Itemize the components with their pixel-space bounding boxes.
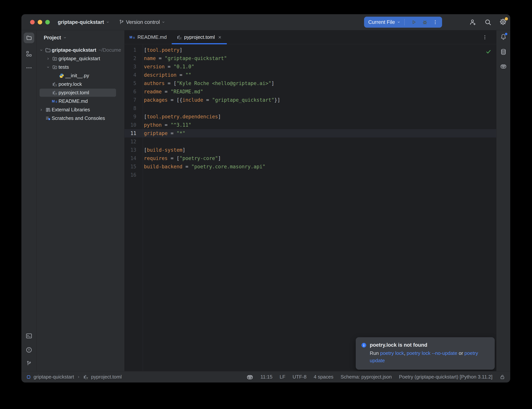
notification-link-poetry-lock[interactable]: poetry lock [380, 350, 404, 356]
tree-item-griptape-quickstart[interactable]: griptape_quickstart [37, 54, 124, 63]
notification-link-poetry-lock-no-update[interactable]: poetry lock --no-update [407, 350, 457, 356]
chevron-down-icon [63, 36, 67, 40]
status-item-4[interactable]: Schema: pyproject.json [341, 374, 392, 380]
code-line-13: 13[build-system] [125, 146, 496, 154]
status-item-3[interactable]: 4 spaces [314, 374, 333, 380]
code-editor[interactable]: 1[tool.poetry]2name = "griptape-quicksta… [125, 44, 496, 371]
notification-text: Run [370, 350, 380, 356]
tab-readme-md[interactable]: MREADME.md [125, 30, 172, 44]
tree-item-label: tests [58, 64, 69, 70]
tree-item-griptape-quickstart[interactable]: griptape-quickstart~/Docume [37, 46, 124, 54]
problems-tool-icon[interactable] [26, 346, 32, 353]
svg-text:M: M [129, 35, 132, 39]
notification-dot-badge [505, 33, 507, 35]
status-item-5[interactable]: Poetry (griptape-quickstart) [Python 3.1… [399, 374, 492, 380]
settings-button[interactable] [499, 18, 507, 26]
settings-update-badge [505, 17, 508, 20]
status-item-1[interactable]: LF [280, 374, 285, 380]
code-line-content: python = "^3.11" [143, 122, 191, 128]
code-line-content: [tool.poetry.dependencies] [143, 114, 221, 120]
status-item-2[interactable]: UTF-8 [293, 374, 306, 380]
tab-pyproject-toml[interactable]: [T]pyproject.toml [172, 30, 227, 44]
minimize-window-button[interactable] [38, 20, 42, 24]
code-line-content: packages = [{include = "griptape_quickst… [143, 97, 280, 103]
chevron-down-icon [106, 20, 110, 24]
svg-text:M: M [52, 99, 55, 103]
title-bar: griptape-quickstart Version control Curr… [21, 14, 510, 30]
code-line-content: name = "griptape-quickstart" [143, 56, 227, 61]
tree-item-path-hint: ~/Docume [99, 47, 121, 53]
ai-assistant-tool-icon[interactable] [500, 63, 507, 70]
run-configuration-label: Current File [368, 19, 395, 25]
window-controls [30, 20, 50, 24]
status-item-0[interactable]: 11:15 [260, 374, 272, 380]
tree-chevron-down-icon[interactable] [45, 65, 51, 69]
tree-chevron-right-icon[interactable] [45, 57, 51, 61]
tree-item-pyproject-toml[interactable]: [T]pyproject.toml [37, 88, 124, 97]
zoom-window-button[interactable] [45, 20, 50, 24]
tab-close-icon[interactable] [218, 35, 222, 39]
tree-item-tests[interactable]: tests [37, 63, 124, 71]
chevron-down-icon [162, 20, 165, 24]
inspections-ok-icon[interactable] [486, 49, 491, 55]
tree-item-scratches-and-consoles[interactable]: Scratches and Consoles [37, 114, 124, 122]
pkgfolder-icon [51, 56, 58, 61]
notifications-button[interactable] [500, 33, 507, 41]
close-window-button[interactable] [30, 20, 35, 24]
copilot-status-icon[interactable] [247, 374, 253, 381]
tree-item--init-py[interactable]: __init__.py [37, 71, 124, 80]
python-icon [58, 73, 65, 78]
status-breadcrumb: griptape-quickstart [T] pyproject.toml [26, 374, 122, 380]
project-panel-title: Project [44, 35, 61, 41]
code-line-content: griptape = "*" [143, 130, 185, 136]
code-line-11: 11griptape = "*" [125, 129, 496, 138]
lib-icon [45, 107, 51, 112]
unlock-icon[interactable] [500, 374, 505, 380]
tree-item-label: griptape_quickstart [58, 56, 100, 62]
tree-chevron-down-icon[interactable] [38, 48, 45, 52]
tab-options-icon[interactable] [482, 30, 487, 44]
git-tool-icon[interactable] [26, 361, 32, 366]
terminal-tool-icon[interactable] [26, 333, 32, 339]
line-number: 9 [125, 114, 143, 120]
tree-item-poetry-lock[interactable]: [T]poetry.lock [37, 80, 124, 88]
tree-item-label: griptape-quickstart [52, 47, 96, 53]
more-tool-windows-icon[interactable] [26, 64, 32, 71]
project-panel-header[interactable]: Project [37, 30, 124, 45]
tree-item-label: External Libraries [52, 107, 90, 113]
project-tree: griptape-quickstart~/Documegriptape_quic… [37, 45, 124, 122]
line-number: 11 [125, 130, 143, 136]
tree-chevron-right-icon[interactable] [38, 108, 45, 112]
project-tool-button[interactable] [24, 33, 34, 43]
info-icon [361, 342, 367, 348]
git-branch-icon [119, 19, 124, 25]
status-widgets: 11:15LFUTF-84 spacesSchema: pyproject.js… [247, 374, 505, 381]
code-with-me-icon[interactable] [469, 18, 477, 26]
breadcrumb-file[interactable]: pyproject.toml [91, 374, 122, 380]
code-line-15: 15build-backend = "poetry.core.masonry.a… [125, 162, 496, 171]
md-icon: M [129, 35, 135, 40]
svg-text:[T]: [T] [54, 93, 57, 95]
line-number: 16 [125, 172, 143, 178]
tree-item-label: __init__.py [65, 73, 89, 79]
run-more-icon[interactable] [433, 19, 438, 25]
module-icon [26, 375, 31, 379]
tree-item-external-libraries[interactable]: External Libraries [37, 105, 124, 114]
tree-item-label: README.md [58, 98, 88, 104]
code-line-content: [build-system] [143, 147, 185, 153]
search-everywhere-icon[interactable] [484, 18, 492, 26]
structure-tool-icon[interactable] [26, 50, 32, 57]
run-configuration-selector[interactable]: Current File [368, 19, 401, 25]
notification-body: Run poetry lock, poetry lock --no-update… [370, 350, 489, 364]
database-tool-icon[interactable] [500, 48, 507, 55]
run-icon[interactable] [411, 19, 417, 25]
code-line-1: 1[tool.poetry] [125, 46, 496, 54]
editor-area: MREADME.md[T]pyproject.toml 1[tool.poetr… [125, 30, 496, 371]
debug-icon[interactable] [422, 19, 428, 25]
project-widget[interactable]: griptape-quickstart [58, 19, 110, 25]
tab-label: pyproject.toml [184, 34, 215, 40]
tree-item-readme-md[interactable]: MREADME.md [37, 97, 124, 105]
vcs-widget[interactable]: Version control [119, 19, 165, 25]
toml-icon: [T] [177, 35, 182, 40]
breadcrumb-project[interactable]: griptape-quickstart [34, 374, 74, 380]
